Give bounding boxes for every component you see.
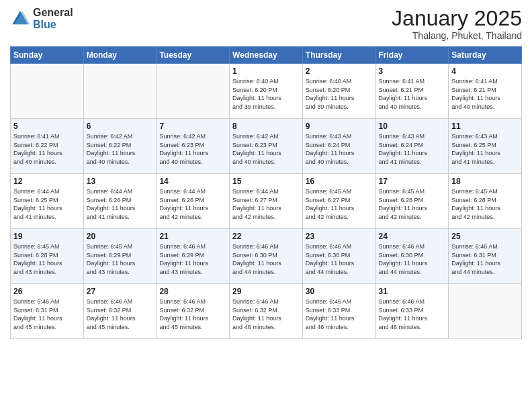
day-info: Sunrise: 6:46 AM Sunset: 6:33 PM Dayligh…: [306, 298, 373, 331]
day-info: Sunrise: 6:40 AM Sunset: 6:20 PM Dayligh…: [306, 77, 373, 111]
day-number: 23: [306, 232, 373, 241]
calendar-cell: 24Sunrise: 6:46 AM Sunset: 6:30 PM Dayli…: [375, 229, 449, 284]
day-info: Sunrise: 6:40 AM Sunset: 6:20 PM Dayligh…: [232, 77, 300, 111]
day-number: 22: [232, 232, 300, 241]
calendar-week-row: 19Sunrise: 6:45 AM Sunset: 6:28 PM Dayli…: [11, 229, 522, 284]
day-info: Sunrise: 6:45 AM Sunset: 6:28 PM Dayligh…: [379, 187, 446, 221]
calendar-cell: 4Sunrise: 6:41 AM Sunset: 6:21 PM Daylig…: [449, 64, 522, 119]
calendar-cell: 19Sunrise: 6:45 AM Sunset: 6:28 PM Dayli…: [11, 229, 84, 284]
day-number: 12: [13, 177, 81, 186]
day-info: Sunrise: 6:42 AM Sunset: 6:23 PM Dayligh…: [159, 132, 226, 166]
calendar-cell: 14Sunrise: 6:44 AM Sunset: 6:26 PM Dayli…: [157, 174, 230, 229]
day-number: 29: [232, 287, 300, 296]
day-number: 20: [87, 232, 154, 241]
day-number: 21: [159, 232, 226, 241]
calendar-cell: 25Sunrise: 6:46 AM Sunset: 6:31 PM Dayli…: [449, 229, 522, 284]
calendar-cell: 7Sunrise: 6:42 AM Sunset: 6:23 PM Daylig…: [157, 119, 230, 174]
month-title: January 2025: [392, 7, 522, 30]
day-info: Sunrise: 6:46 AM Sunset: 6:33 PM Dayligh…: [379, 298, 446, 331]
day-info: Sunrise: 6:44 AM Sunset: 6:27 PM Dayligh…: [232, 187, 300, 221]
calendar-cell: 9Sunrise: 6:43 AM Sunset: 6:24 PM Daylig…: [302, 119, 375, 174]
location-subtitle: Thalang, Phuket, Thailand: [392, 30, 522, 41]
day-info: Sunrise: 6:42 AM Sunset: 6:22 PM Dayligh…: [87, 132, 154, 166]
logo: General Blue: [10, 7, 73, 30]
day-number: 24: [379, 232, 446, 241]
day-info: Sunrise: 6:43 AM Sunset: 6:24 PM Dayligh…: [306, 132, 373, 166]
day-info: Sunrise: 6:46 AM Sunset: 6:32 PM Dayligh…: [159, 298, 226, 331]
weekday-header-thursday: Thursday: [302, 47, 375, 64]
weekday-header-monday: Monday: [83, 47, 157, 64]
calendar-cell: [11, 64, 84, 119]
day-info: Sunrise: 6:46 AM Sunset: 6:31 PM Dayligh…: [13, 298, 81, 331]
day-number: 11: [451, 122, 519, 131]
day-info: Sunrise: 6:43 AM Sunset: 6:25 PM Dayligh…: [451, 132, 519, 166]
calendar-week-row: 12Sunrise: 6:44 AM Sunset: 6:25 PM Dayli…: [11, 174, 522, 229]
day-info: Sunrise: 6:46 AM Sunset: 6:32 PM Dayligh…: [232, 298, 300, 331]
day-info: Sunrise: 6:45 AM Sunset: 6:28 PM Dayligh…: [451, 187, 519, 221]
day-number: 26: [13, 287, 81, 296]
day-info: Sunrise: 6:46 AM Sunset: 6:30 PM Dayligh…: [306, 242, 373, 276]
calendar-cell: 2Sunrise: 6:40 AM Sunset: 6:20 PM Daylig…: [302, 64, 375, 119]
day-info: Sunrise: 6:42 AM Sunset: 6:23 PM Dayligh…: [232, 132, 300, 166]
day-info: Sunrise: 6:46 AM Sunset: 6:30 PM Dayligh…: [379, 242, 446, 276]
calendar-cell: 8Sunrise: 6:42 AM Sunset: 6:23 PM Daylig…: [230, 119, 303, 174]
day-number: 15: [232, 177, 300, 186]
day-number: 18: [451, 177, 519, 186]
calendar-cell: 15Sunrise: 6:44 AM Sunset: 6:27 PM Dayli…: [230, 174, 303, 229]
weekday-header-tuesday: Tuesday: [157, 47, 230, 64]
calendar-cell: 13Sunrise: 6:44 AM Sunset: 6:26 PM Dayli…: [83, 174, 157, 229]
day-info: Sunrise: 6:44 AM Sunset: 6:26 PM Dayligh…: [159, 187, 226, 221]
day-info: Sunrise: 6:44 AM Sunset: 6:26 PM Dayligh…: [87, 187, 154, 221]
calendar-cell: 30Sunrise: 6:46 AM Sunset: 6:33 PM Dayli…: [302, 284, 375, 339]
day-number: 28: [159, 287, 226, 296]
weekday-header-friday: Friday: [375, 47, 449, 64]
calendar-cell: 22Sunrise: 6:46 AM Sunset: 6:30 PM Dayli…: [230, 229, 303, 284]
weekday-header-saturday: Saturday: [449, 47, 522, 64]
calendar-week-row: 5Sunrise: 6:41 AM Sunset: 6:22 PM Daylig…: [11, 119, 522, 174]
calendar-cell: 16Sunrise: 6:45 AM Sunset: 6:27 PM Dayli…: [302, 174, 375, 229]
calendar-week-row: 26Sunrise: 6:46 AM Sunset: 6:31 PM Dayli…: [11, 284, 522, 339]
day-number: 9: [306, 122, 373, 131]
calendar-cell: 17Sunrise: 6:45 AM Sunset: 6:28 PM Dayli…: [375, 174, 449, 229]
calendar-cell: 1Sunrise: 6:40 AM Sunset: 6:20 PM Daylig…: [230, 64, 303, 119]
day-number: 14: [159, 177, 226, 186]
day-info: Sunrise: 6:41 AM Sunset: 6:22 PM Dayligh…: [13, 132, 81, 166]
calendar-cell: [83, 64, 157, 119]
calendar-cell: 27Sunrise: 6:46 AM Sunset: 6:32 PM Dayli…: [83, 284, 157, 339]
calendar-cell: [449, 284, 522, 339]
calendar-cell: 20Sunrise: 6:45 AM Sunset: 6:29 PM Dayli…: [83, 229, 157, 284]
calendar-cell: 31Sunrise: 6:46 AM Sunset: 6:33 PM Dayli…: [375, 284, 449, 339]
day-number: 16: [306, 177, 373, 186]
day-number: 10: [379, 122, 446, 131]
day-info: Sunrise: 6:46 AM Sunset: 6:32 PM Dayligh…: [87, 298, 154, 331]
calendar-cell: 3Sunrise: 6:41 AM Sunset: 6:21 PM Daylig…: [375, 64, 449, 119]
calendar-table: SundayMondayTuesdayWednesdayThursdayFrid…: [10, 46, 522, 339]
calendar-cell: 28Sunrise: 6:46 AM Sunset: 6:32 PM Dayli…: [157, 284, 230, 339]
logo-icon: [10, 9, 30, 29]
day-number: 3: [379, 66, 446, 76]
day-number: 1: [232, 66, 300, 76]
day-info: Sunrise: 6:44 AM Sunset: 6:25 PM Dayligh…: [13, 187, 81, 221]
day-number: 5: [13, 122, 81, 131]
calendar-cell: 26Sunrise: 6:46 AM Sunset: 6:31 PM Dayli…: [11, 284, 84, 339]
day-info: Sunrise: 6:46 AM Sunset: 6:31 PM Dayligh…: [451, 242, 519, 276]
day-number: 19: [13, 232, 81, 241]
day-number: 4: [451, 66, 519, 76]
weekday-header-sunday: Sunday: [11, 47, 84, 64]
day-number: 2: [306, 66, 373, 76]
day-number: 30: [306, 287, 373, 296]
calendar-cell: 23Sunrise: 6:46 AM Sunset: 6:30 PM Dayli…: [302, 229, 375, 284]
day-info: Sunrise: 6:45 AM Sunset: 6:28 PM Dayligh…: [13, 242, 81, 276]
logo-general-text: General: [33, 7, 73, 19]
day-number: 8: [232, 122, 300, 131]
day-number: 17: [379, 177, 446, 186]
weekday-header-wednesday: Wednesday: [230, 47, 303, 64]
calendar-cell: 29Sunrise: 6:46 AM Sunset: 6:32 PM Dayli…: [230, 284, 303, 339]
calendar-cell: [157, 64, 230, 119]
calendar-cell: 5Sunrise: 6:41 AM Sunset: 6:22 PM Daylig…: [11, 119, 84, 174]
day-info: Sunrise: 6:41 AM Sunset: 6:21 PM Dayligh…: [451, 77, 519, 111]
calendar-cell: 10Sunrise: 6:43 AM Sunset: 6:24 PM Dayli…: [375, 119, 449, 174]
day-info: Sunrise: 6:43 AM Sunset: 6:24 PM Dayligh…: [379, 132, 446, 166]
page-header: General Blue January 2025 Thalang, Phuke…: [10, 7, 522, 41]
calendar-week-row: 1Sunrise: 6:40 AM Sunset: 6:20 PM Daylig…: [11, 64, 522, 119]
